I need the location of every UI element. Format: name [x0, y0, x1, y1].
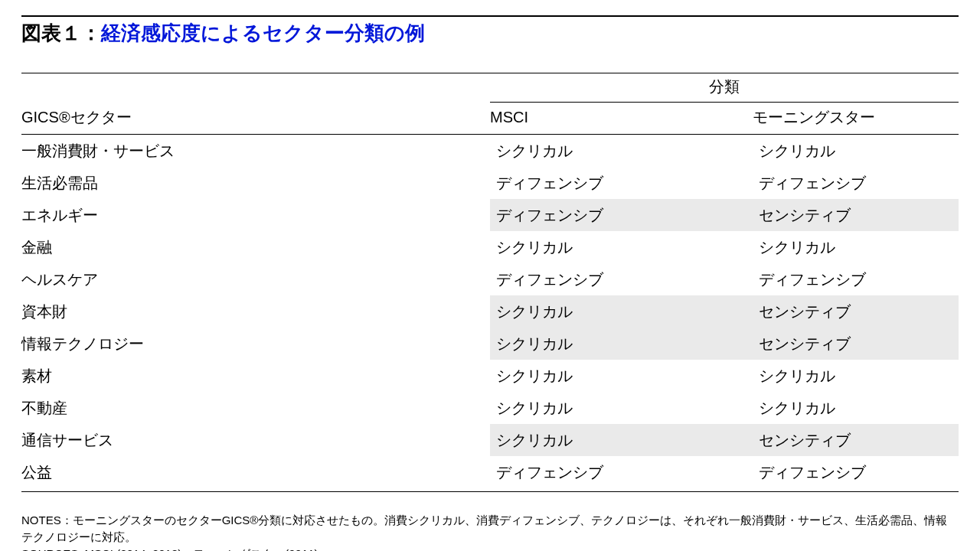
cell-msci: シクリカル	[490, 231, 753, 263]
cell-sector: 一般消費財・サービス	[21, 135, 490, 168]
header-blank	[21, 73, 490, 103]
cell-sector: 生活必需品	[21, 167, 490, 199]
cell-morningstar: シクリカル	[753, 231, 959, 263]
cell-msci: ディフェンシブ	[490, 199, 753, 231]
cell-sector: エネルギー	[21, 199, 490, 231]
table-row: 一般消費財・サービスシクリカルシクリカル	[21, 135, 959, 168]
cell-sector: 資本財	[21, 295, 490, 328]
cell-sector: 公益	[21, 456, 490, 492]
notes-text: NOTES：モーニングスターのセクターGICS®分類に対応させたもの。消費シクリ…	[21, 512, 959, 546]
table-row: ヘルスケアディフェンシブディフェンシブ	[21, 263, 959, 295]
table-body: 一般消費財・サービスシクリカルシクリカル生活必需品ディフェンシブディフェンシブエ…	[21, 135, 959, 492]
cell-msci: シクリカル	[490, 392, 753, 424]
cell-morningstar: センシティブ	[753, 424, 959, 456]
cell-morningstar: センシティブ	[753, 295, 959, 328]
table-super-header-row: 分類	[21, 73, 959, 103]
sector-classification-table: 分類 GICS®セクター MSCI モーニングスター 一般消費財・サービスシクリ…	[21, 73, 959, 492]
cell-msci: ディフェンシブ	[490, 456, 753, 492]
table-row: 生活必需品ディフェンシブディフェンシブ	[21, 167, 959, 199]
table-row: 情報テクノロジーシクリカルセンシティブ	[21, 328, 959, 360]
table-wrap: 分類 GICS®セクター MSCI モーニングスター 一般消費財・サービスシクリ…	[21, 73, 959, 492]
table-row: 不動産シクリカルシクリカル	[21, 392, 959, 424]
header-morningstar: モーニングスター	[753, 103, 959, 135]
header-category: 分類	[490, 73, 959, 103]
page: 図表１：経済感応度によるセクター分類の例 分類 GICS®セクター MSCI モ…	[0, 0, 980, 551]
cell-morningstar: ディフェンシブ	[753, 167, 959, 199]
cell-morningstar: シクリカル	[753, 360, 959, 392]
cell-sector: 素材	[21, 360, 490, 392]
top-rule	[21, 15, 959, 17]
exhibit-title: 図表１：経済感応度によるセクター分類の例	[21, 21, 959, 45]
cell-msci: ディフェンシブ	[490, 167, 753, 199]
cell-sector: 情報テクノロジー	[21, 328, 490, 360]
footer: NOTES：モーニングスターのセクターGICS®分類に対応させたもの。消費シクリ…	[21, 512, 959, 551]
header-msci: MSCI	[490, 103, 753, 135]
cell-sector: ヘルスケア	[21, 263, 490, 295]
cell-sector: 金融	[21, 231, 490, 263]
cell-morningstar: センシティブ	[753, 199, 959, 231]
sources-text: SOURCES: MSCI (2014, 2018)、モーニングスター(2011…	[21, 546, 959, 551]
cell-msci: ディフェンシブ	[490, 263, 753, 295]
table-row: エネルギーディフェンシブセンシティブ	[21, 199, 959, 231]
cell-morningstar: ディフェンシブ	[753, 456, 959, 492]
table-row: 公益ディフェンシブディフェンシブ	[21, 456, 959, 492]
cell-msci: シクリカル	[490, 328, 753, 360]
cell-msci: シクリカル	[490, 360, 753, 392]
cell-msci: シクリカル	[490, 424, 753, 456]
cell-morningstar: ディフェンシブ	[753, 263, 959, 295]
table-row: 通信サービスシクリカルセンシティブ	[21, 424, 959, 456]
cell-sector: 通信サービス	[21, 424, 490, 456]
cell-morningstar: センシティブ	[753, 328, 959, 360]
cell-morningstar: シクリカル	[753, 135, 959, 168]
cell-sector: 不動産	[21, 392, 490, 424]
table-row: 素材シクリカルシクリカル	[21, 360, 959, 392]
header-sector: GICS®セクター	[21, 103, 490, 135]
table-head: 分類 GICS®セクター MSCI モーニングスター	[21, 73, 959, 135]
title-lead: 図表１：	[21, 21, 101, 44]
cell-msci: シクリカル	[490, 135, 753, 168]
table-row: 資本財シクリカルセンシティブ	[21, 295, 959, 328]
title-highlight: 経済感応度によるセクター分類の例	[101, 21, 425, 44]
cell-msci: シクリカル	[490, 295, 753, 328]
table-sub-header-row: GICS®セクター MSCI モーニングスター	[21, 103, 959, 135]
table-row: 金融シクリカルシクリカル	[21, 231, 959, 263]
cell-morningstar: シクリカル	[753, 392, 959, 424]
